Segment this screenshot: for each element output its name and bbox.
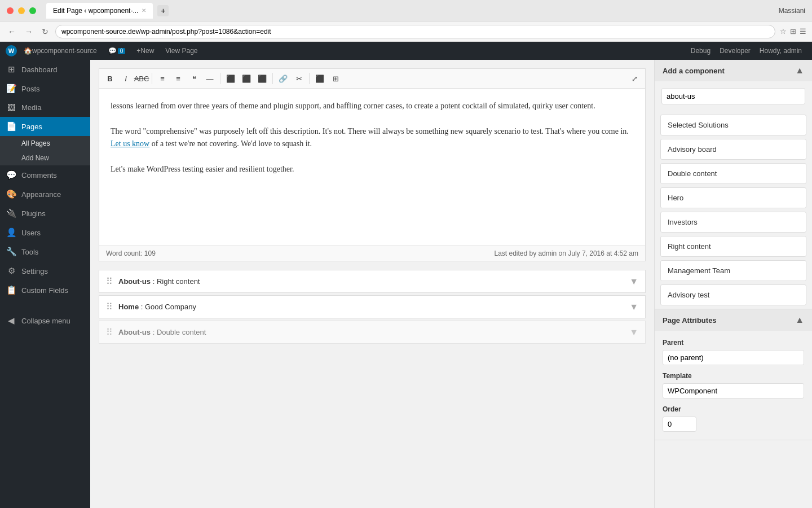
drag-handle-3[interactable]: ⠿ [106,327,113,338]
component-list-item-management-team[interactable]: Management Team [660,260,806,281]
insert-button[interactable]: ⬛ [312,71,327,86]
hr-button[interactable]: — [202,71,217,86]
minimize-button[interactable] [18,7,25,14]
maximize-button[interactable] [29,7,36,14]
bookmark-icon[interactable]: ☆ [780,27,787,36]
component-row-about-us-right[interactable]: ⠿ About-us : Right content ▼ [99,270,646,293]
sidebar-item-comments[interactable]: 💬 Comments [0,165,90,185]
admin-bar-developer[interactable]: Developer [715,42,755,60]
admin-bar-view-page[interactable]: View Page [161,42,202,60]
component-list-item-investors[interactable]: Investors [660,212,806,233]
admin-bar-site[interactable]: 🏠 wpcomponent-source [19,42,102,60]
table-button[interactable]: ⊞ [328,71,343,86]
forward-button[interactable]: → [23,26,35,37]
expand-button[interactable]: ⤢ [627,71,642,86]
align-left-button[interactable]: ⬛ [223,71,238,86]
component-dropdown[interactable]: about-us [661,88,805,104]
editor-footer: Word count: 109 Last edited by admin on … [99,246,646,261]
sidebar-item-posts[interactable]: 📝 Posts [0,79,90,98]
strikethrough-button[interactable]: ABC [134,71,149,86]
new-tab-button[interactable]: + [157,5,169,16]
tab-title: Edit Page ‹ wpcomponent-... [53,7,138,15]
unlink-button[interactable]: ✂ [292,71,306,86]
settings-icon[interactable]: ⊞ [790,27,796,36]
component-row-about-us-double[interactable]: ⠿ About-us : Double content ▼ [99,321,646,344]
settings-menu-icon: ⚙ [6,266,17,276]
component-label-1: About-us : Right content [118,277,629,286]
italic-button[interactable]: I [118,71,133,86]
sidebar-submenu-all-pages[interactable]: All Pages [0,136,90,151]
wp-sidebar: ⊞ Dashboard 📝 Posts 🖼 Media 📄 Pages All … [0,60,90,508]
sidebar-item-custom-fields[interactable]: 📋 Custom Fields [0,281,90,300]
editor-content[interactable]: lessons learned from over three years of… [99,88,646,246]
sidebar-item-media[interactable]: 🖼 Media [0,98,90,117]
sidebar-item-pages[interactable]: 📄 Pages [0,117,90,136]
wp-content-area: B I ABC ≡ ≡ ❝ — ⬛ ⬛ ⬛ 🔗 ✂ ⬛ ⊞ ⤢ [90,60,654,508]
align-right-button[interactable]: ⬛ [255,71,270,86]
template-select[interactable]: WPComponent [663,383,804,398]
page-attributes-toggle[interactable]: ▲ [795,315,804,325]
component-dropdown-wrapper: about-us [655,81,812,111]
sidebar-label-tools: Tools [21,248,38,256]
add-component-header[interactable]: Add a component ▲ [655,60,812,81]
order-label: Order [663,405,804,413]
admin-bar-right: Debug Developer Howdy, admin [686,42,806,60]
media-icon: 🖼 [6,103,17,112]
posts-icon: 📝 [6,84,17,94]
sidebar-item-dashboard[interactable]: ⊞ Dashboard [0,60,90,79]
page-attributes-header[interactable]: Page Attributes ▲ [655,309,812,331]
editor-para-1: lessons learned from over three years of… [111,100,634,112]
admin-bar-howdy[interactable]: Howdy, admin [755,42,806,60]
sidebar-item-users[interactable]: 👤 Users [0,223,90,242]
component-toggle-3[interactable]: ▼ [629,327,638,338]
component-list-item-double-content[interactable]: Double content [660,163,806,184]
custom-fields-icon: 📋 [6,285,17,295]
blockquote-button[interactable]: ❝ [187,71,201,86]
ordered-list-button[interactable]: ≡ [171,71,186,86]
appearance-icon: 🎨 [6,189,17,199]
user-label: Massiani [779,7,805,15]
sidebar-item-plugins[interactable]: 🔌 Plugins [0,204,90,223]
sidebar-item-settings[interactable]: ⚙ Settings [0,261,90,281]
toolbar-separator-3 [272,73,273,84]
back-button[interactable]: ← [6,26,18,37]
component-row-home-good[interactable]: ⠿ Home : Good Company ▼ [99,295,646,318]
sidebar-item-tools[interactable]: 🔧 Tools [0,242,90,261]
component-list-item-selected-solutions[interactable]: Selected Solutions [660,115,806,135]
menu-icon[interactable]: ☰ [800,27,806,36]
component-list-item-advisory-board[interactable]: Advisory board [660,139,806,160]
url-input[interactable] [55,25,775,38]
collapse-icon: ◀ [6,316,17,326]
dashboard-icon: ⊞ [6,64,17,75]
link-button[interactable]: 🔗 [276,71,290,86]
bold-button[interactable]: B [103,71,117,86]
sidebar-item-appearance[interactable]: 🎨 Appearance [0,185,90,204]
align-center-button[interactable]: ⬛ [239,71,254,86]
component-toggle-1[interactable]: ▼ [629,277,638,287]
let-us-know-link[interactable]: Let us know [111,139,149,148]
order-input[interactable] [663,417,696,432]
add-component-toggle[interactable]: ▲ [795,65,804,76]
component-list-item-advisory-test[interactable]: Advisory test [660,284,806,305]
toolbar-separator-2 [220,73,220,84]
drag-handle-1[interactable]: ⠿ [106,276,113,287]
unordered-list-button[interactable]: ≡ [155,71,170,86]
sidebar-label-media: Media [21,103,41,112]
reload-button[interactable]: ↻ [39,26,51,37]
admin-bar-debug[interactable]: Debug [686,42,715,60]
sidebar-submenu-add-new[interactable]: Add New [0,151,90,165]
component-toggle-2[interactable]: ▼ [629,302,638,312]
component-list-item-right-content[interactable]: Right content [660,236,806,257]
drag-handle-2[interactable]: ⠿ [106,301,113,312]
sidebar-label-appearance: Appearance [21,190,61,199]
browser-tab[interactable]: Edit Page ‹ wpcomponent-... ✕ [46,3,153,19]
admin-bar-new[interactable]: + New [132,42,158,60]
admin-bar-comments[interactable]: 💬 0 [104,42,130,60]
template-label: Template [663,372,804,380]
parent-select[interactable]: (no parent) [663,350,804,365]
sidebar-label-plugins: Plugins [21,209,46,218]
sidebar-item-collapse[interactable]: ◀ Collapse menu [0,311,90,330]
component-list-item-hero[interactable]: Hero [660,187,806,208]
tab-close-button[interactable]: ✕ [142,7,146,14]
close-button[interactable] [7,7,14,14]
